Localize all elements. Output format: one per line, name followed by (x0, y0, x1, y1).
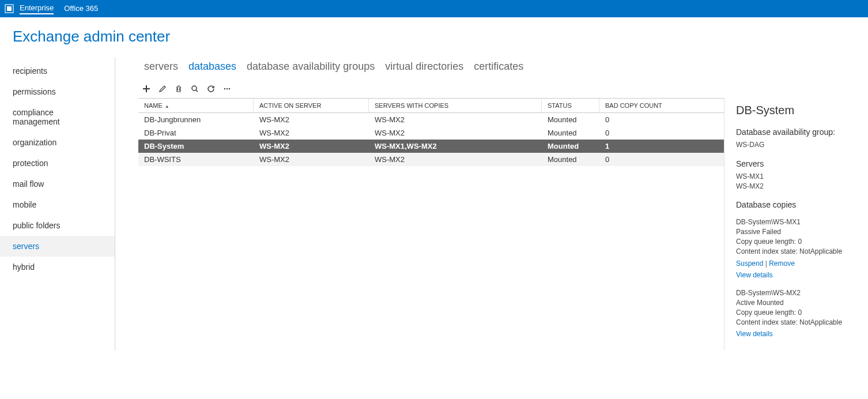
cell-copies: WS-MX1,WS-MX2 (369, 140, 542, 153)
svg-point-2 (192, 86, 197, 91)
dag-value: WS-DAG (736, 140, 856, 150)
cell-bad: 1 (599, 140, 724, 153)
cell-name: DB-System (138, 140, 254, 153)
main-content: servers databases database availability … (115, 57, 868, 351)
suspend-link[interactable]: Suspend (736, 259, 763, 268)
sidebar-item-organization[interactable]: organization (0, 132, 115, 153)
database-grid: NAME ACTIVE ON SERVER SERVERS WITH COPIE… (138, 98, 724, 351)
more-icon[interactable] (222, 84, 232, 93)
office-icon (5, 4, 14, 13)
table-row[interactable]: DB-WSITS WS-MX2 WS-MX2 Mounted 0 (138, 153, 724, 166)
svg-point-4 (227, 88, 228, 89)
cell-bad: 0 (599, 113, 724, 126)
tab-dag[interactable]: database availability groups (247, 61, 375, 73)
add-icon[interactable] (142, 84, 151, 93)
sidebar-item-recipients[interactable]: recipients (0, 61, 115, 81)
dag-label: Database availability group: (736, 127, 856, 137)
copy-name: DB-System\WS-MX2 (736, 288, 856, 298)
remove-link[interactable]: Remove (769, 259, 795, 268)
sidebar-item-servers[interactable]: servers (0, 236, 115, 257)
copy-index: Content index state: NotApplicable (736, 247, 856, 257)
view-details-link[interactable]: View details (736, 330, 773, 338)
cell-status: Mounted (542, 153, 599, 166)
col-status[interactable]: STATUS (542, 99, 599, 112)
cell-status: Mounted (542, 126, 599, 140)
search-icon[interactable] (190, 84, 199, 93)
tab-databases[interactable]: databases (188, 61, 236, 73)
server-value: WS-MX2 (736, 182, 856, 191)
cell-active: WS-MX2 (254, 113, 369, 126)
sidebar-item-publicfolders[interactable]: public folders (0, 215, 115, 236)
copies-label: Database copies (736, 200, 856, 209)
delete-icon[interactable] (174, 84, 183, 93)
copy-queue: Copy queue length: 0 (736, 308, 856, 318)
svg-rect-1 (7, 6, 12, 11)
table-row[interactable]: DB-System WS-MX2 WS-MX1,WS-MX2 Mounted 1 (138, 140, 724, 153)
sidebar: recipients permissions compliance manage… (0, 57, 115, 351)
svg-point-5 (229, 88, 230, 89)
details-title: DB-System (736, 104, 856, 117)
view-details-link[interactable]: View details (736, 271, 773, 279)
table-row[interactable]: DB-Privat WS-MX2 WS-MX2 Mounted 0 (138, 126, 724, 140)
svg-point-3 (224, 88, 225, 89)
col-name[interactable]: NAME (138, 99, 254, 112)
refresh-icon[interactable] (206, 84, 216, 93)
server-value: WS-MX1 (736, 172, 856, 182)
top-bar: Enterprise Office 365 (0, 0, 868, 17)
sidebar-item-hybrid[interactable]: hybrid (0, 257, 115, 277)
cell-name: DB-Privat (138, 126, 254, 140)
details-pane: DB-System Database availability group: W… (724, 98, 868, 351)
copy-index: Content index state: NotApplicable (736, 318, 856, 328)
cell-copies: WS-MX2 (369, 153, 542, 166)
top-link-enterprise[interactable]: Enterprise (20, 3, 54, 14)
copy-block: DB-System\WS-MX1 Passive Failed Copy que… (736, 217, 856, 280)
edit-icon[interactable] (158, 84, 167, 93)
table-row[interactable]: DB-Jungbrunnen WS-MX2 WS-MX2 Mounted 0 (138, 113, 724, 126)
copy-state: Passive Failed (736, 227, 856, 237)
sidebar-item-compliance[interactable]: compliance management (0, 102, 115, 132)
copy-block: DB-System\WS-MX2 Active Mounted Copy que… (736, 288, 856, 339)
col-active[interactable]: ACTIVE ON SERVER (254, 99, 369, 112)
cell-status: Mounted (542, 140, 599, 153)
top-link-office365[interactable]: Office 365 (64, 4, 98, 14)
tabs: servers databases database availability … (115, 61, 868, 84)
copy-queue: Copy queue length: 0 (736, 237, 856, 247)
grid-header: NAME ACTIVE ON SERVER SERVERS WITH COPIE… (138, 99, 724, 113)
cell-bad: 0 (599, 153, 724, 166)
cell-bad: 0 (599, 126, 724, 140)
copy-name: DB-System\WS-MX1 (736, 217, 856, 227)
col-bad[interactable]: BAD COPY COUNT (599, 99, 724, 112)
sidebar-item-protection[interactable]: protection (0, 153, 115, 174)
cell-active: WS-MX2 (254, 126, 369, 140)
cell-active: WS-MX2 (254, 153, 369, 166)
sidebar-item-permissions[interactable]: permissions (0, 81, 115, 102)
toolbar (115, 84, 868, 98)
col-copies[interactable]: SERVERS WITH COPIES (369, 99, 542, 112)
cell-name: DB-Jungbrunnen (138, 113, 254, 126)
sidebar-item-mailflow[interactable]: mail flow (0, 174, 115, 194)
tab-certificates[interactable]: certificates (474, 61, 523, 73)
cell-name: DB-WSITS (138, 153, 254, 166)
cell-status: Mounted (542, 113, 599, 126)
cell-copies: WS-MX2 (369, 113, 542, 126)
tab-servers[interactable]: servers (144, 61, 178, 73)
servers-label: Servers (736, 159, 856, 168)
page-title: Exchange admin center (0, 17, 868, 57)
sidebar-item-mobile[interactable]: mobile (0, 194, 115, 215)
cell-active: WS-MX2 (254, 140, 369, 153)
tab-virtualdirectories[interactable]: virtual directories (385, 61, 463, 73)
cell-copies: WS-MX2 (369, 126, 542, 140)
copy-state: Active Mounted (736, 298, 856, 308)
